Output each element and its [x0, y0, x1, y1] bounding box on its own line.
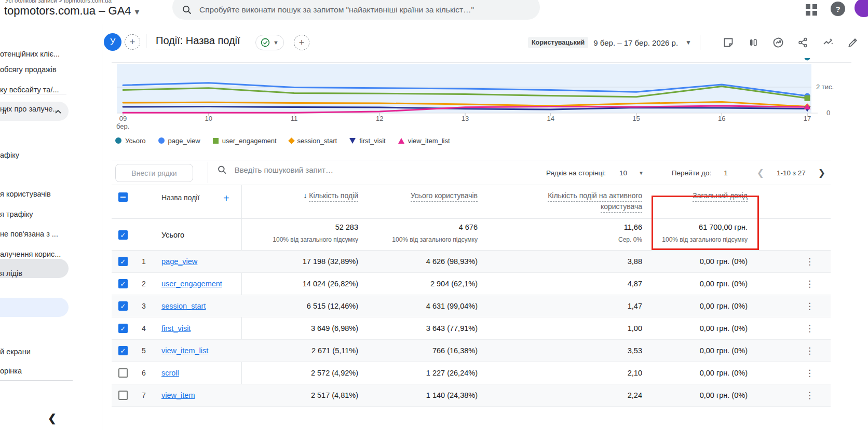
- breadcrumb[interactable]: Усі облікові записи > topmotors.com.ua: [5, 0, 112, 4]
- x-axis-unit-label: бер.: [116, 122, 129, 130]
- totals-events: 52 283: [335, 223, 358, 231]
- legend-label: Усього: [125, 137, 146, 145]
- row-checkbox[interactable]: ✓: [118, 301, 128, 311]
- dimension-status-dropdown[interactable]: ▼: [255, 35, 284, 50]
- row-menu-icon[interactable]: ⋮: [805, 362, 814, 384]
- sidebar-collapse-icon[interactable]: ❮: [48, 412, 57, 424]
- legend-item[interactable]: page_view: [158, 137, 200, 145]
- sidebar-item[interactable]: я користувачів: [0, 190, 51, 198]
- sidebar-item[interactable]: ку вебсайту та/...: [0, 86, 59, 94]
- x-tick-label: 13: [456, 115, 474, 122]
- chevron-down-icon[interactable]: ▼: [685, 39, 691, 46]
- edit-pencil-icon[interactable]: [847, 36, 859, 49]
- compare-icon[interactable]: [747, 36, 760, 49]
- legend-label: user_engagement: [222, 137, 277, 145]
- events-line-chart[interactable]: [112, 58, 859, 134]
- global-search-input[interactable]: [199, 5, 531, 15]
- cell-revenue: 0,00 грн. (0%): [700, 251, 748, 273]
- cell-per-user: 2,10: [628, 362, 642, 384]
- row-menu-icon[interactable]: ⋮: [805, 340, 814, 362]
- column-header-revenue[interactable]: Загальний дохід: [693, 191, 748, 200]
- x-tick-label: 11: [286, 115, 303, 122]
- totals-checkbox[interactable]: ✓: [118, 230, 128, 240]
- apps-grid-icon[interactable]: [806, 4, 817, 16]
- event-name-link[interactable]: view_item: [161, 384, 195, 407]
- legend-item[interactable]: user_engagement: [213, 137, 277, 145]
- insights-sparkline-icon[interactable]: [822, 36, 834, 49]
- table-row[interactable]: 6 scroll 2 572 (4,92%) 1 227 (26,24%) 2,…: [112, 362, 831, 384]
- event-name-link[interactable]: view_item_list: [161, 340, 208, 362]
- row-checkbox[interactable]: ✓: [118, 257, 128, 266]
- add-comparison-button[interactable]: +: [125, 34, 140, 50]
- sidebar-item[interactable]: отенційних кліє...: [0, 50, 60, 58]
- sidebar-item[interactable]: орінка: [0, 367, 22, 375]
- sidebar-item[interactable]: я лідів: [0, 269, 22, 278]
- pagination: Рядків на сторінці: 10 ▼ Перейти до: 1 ❮…: [546, 160, 825, 185]
- add-metric-button[interactable]: +: [294, 35, 309, 50]
- x-tick-label: 14: [542, 115, 560, 122]
- row-checkbox[interactable]: ✓: [118, 279, 128, 288]
- row-checkbox[interactable]: ✓: [118, 324, 128, 333]
- column-header-users[interactable]: Усього користувачів: [411, 191, 478, 200]
- x-tick-label: 10: [200, 115, 218, 122]
- row-menu-icon[interactable]: ⋮: [805, 273, 814, 295]
- next-page-icon[interactable]: ❯: [818, 168, 825, 178]
- goto-label: Перейти до:: [672, 169, 711, 177]
- row-menu-icon[interactable]: ⋮: [805, 384, 814, 407]
- event-name-link[interactable]: scroll: [161, 362, 179, 384]
- account-avatar[interactable]: [855, 0, 868, 17]
- sidebar-item[interactable]: алучення корис...: [0, 250, 61, 258]
- segment-avatar[interactable]: У: [104, 33, 121, 51]
- cell-events: 2 517 (4,81%): [311, 384, 358, 407]
- legend-item[interactable]: Усього: [115, 137, 146, 145]
- insert-rows-button[interactable]: Внести рядки: [115, 164, 193, 182]
- event-name-link[interactable]: session_start: [161, 295, 206, 317]
- table-search[interactable]: [217, 164, 487, 175]
- select-all-checkbox[interactable]: [118, 192, 128, 202]
- legend-item[interactable]: first_visit: [349, 137, 386, 145]
- row-checkbox[interactable]: ✓: [118, 346, 128, 355]
- share-icon[interactable]: [797, 36, 809, 49]
- event-name-link[interactable]: user_engagement: [161, 273, 222, 295]
- report-title[interactable]: Події: Назва події: [156, 35, 240, 49]
- table-row[interactable]: ✓ 3 session_start 6 515 (12,46%) 4 631 (…: [112, 295, 831, 317]
- add-column-icon[interactable]: +: [223, 192, 229, 204]
- row-menu-icon[interactable]: ⋮: [805, 251, 814, 273]
- sidebar-divider: [0, 380, 73, 381]
- row-checkbox[interactable]: [118, 368, 128, 378]
- column-header-name[interactable]: Назва події: [161, 193, 199, 202]
- table-row[interactable]: ✓ 1 page_view 17 198 (32,89%) 4 626 (98,…: [112, 251, 831, 273]
- sidebar-item[interactable]: й екрани: [0, 348, 31, 356]
- notes-icon[interactable]: [722, 36, 735, 49]
- chevron-down-icon[interactable]: ▼: [639, 170, 644, 176]
- sidebar-item[interactable]: афіку: [0, 151, 19, 159]
- table-row[interactable]: ✓ 2 user_engagement 14 024 (26,82%) 2 90…: [112, 273, 831, 295]
- event-name-link[interactable]: first_visit: [161, 317, 191, 340]
- sidebar-item[interactable]: не пов'язана з ...: [0, 230, 58, 238]
- previous-page-icon[interactable]: ❮: [757, 168, 764, 178]
- global-search[interactable]: [172, 0, 540, 20]
- sidebar-item-highlighted[interactable]: [0, 298, 69, 317]
- sidebar-item[interactable]: обсягу продажів: [0, 65, 57, 74]
- insights-icon[interactable]: [772, 36, 784, 49]
- property-switcher[interactable]: topmotors.com.ua – GA4▼: [4, 4, 141, 18]
- table-row[interactable]: 7 view_item 2 517 (4,81%) 1 140 (24,38%)…: [112, 384, 831, 407]
- date-range-picker[interactable]: 9 бер. – 17 бер. 2026 р.: [593, 38, 678, 47]
- sidebar-item[interactable]: я трафіку: [0, 210, 33, 218]
- table-row[interactable]: ✓ 5 view_item_list 2 671 (5,11%) 766 (16…: [112, 340, 831, 362]
- row-checkbox[interactable]: [118, 391, 128, 400]
- legend-item[interactable]: view_item_list: [398, 137, 450, 145]
- event-name-link[interactable]: page_view: [161, 251, 197, 273]
- cell-users: 4 626 (98,93%): [426, 251, 478, 273]
- column-header-per-user[interactable]: Кількість подій на активногокористувача: [548, 191, 642, 213]
- row-menu-icon[interactable]: ⋮: [805, 295, 814, 317]
- sidebar-item[interactable]: них про залуче...: [0, 105, 59, 113]
- goto-page-value[interactable]: 1: [724, 169, 728, 177]
- rows-per-page-value[interactable]: 10: [619, 169, 627, 177]
- help-icon[interactable]: ?: [831, 2, 845, 16]
- column-header-events[interactable]: ↓ Кількість подій: [303, 191, 358, 200]
- table-search-input[interactable]: [235, 165, 487, 174]
- table-row[interactable]: ✓ 4 first_visit 3 649 (6,98%) 3 643 (77,…: [112, 317, 831, 340]
- row-menu-icon[interactable]: ⋮: [805, 317, 814, 340]
- legend-item[interactable]: session_start: [289, 137, 337, 145]
